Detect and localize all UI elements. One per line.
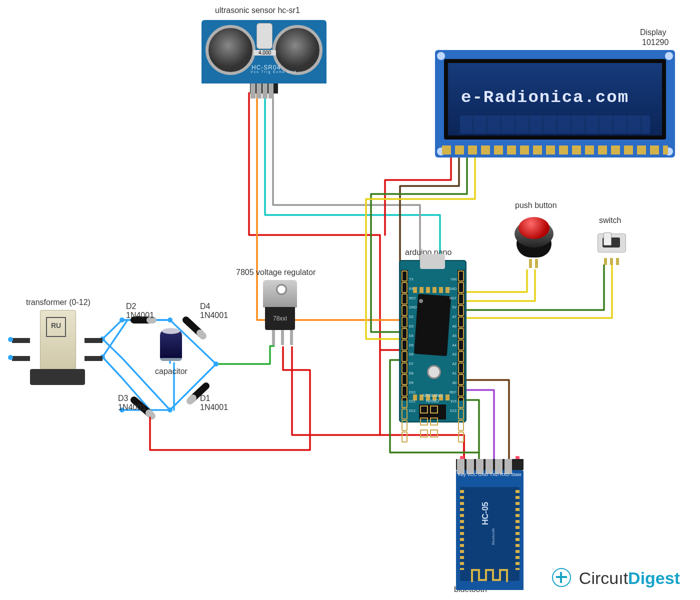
circuitdigest-logo: CircuıtDigest [552, 568, 680, 588]
lcd-screen: e-Radionica.com [444, 59, 666, 140]
nano-icsp [419, 404, 446, 420]
hcsr04-crystal [256, 23, 272, 49]
label-transformer: transformer (0-12) [26, 298, 90, 307]
label-display-id: 101290 [642, 38, 668, 47]
label-ultrasonic: ultrasonic sensor hc-sr1 [215, 6, 300, 15]
label-display-top: Display [640, 28, 666, 37]
nano-mcu [414, 294, 451, 356]
lcd-display: e-Radionica.com [435, 50, 675, 158]
nano-header-left [401, 270, 408, 400]
node [8, 337, 13, 342]
nano-reset-button[interactable] [427, 365, 441, 379]
label-push-button: push button [515, 201, 557, 210]
push-button[interactable] [512, 215, 555, 260]
svg-point-3 [168, 318, 172, 322]
hcsr04-transducer-left [206, 25, 256, 75]
lcd-text: e-Radionica.com [461, 88, 629, 107]
voltage-regulator: 78xxl [260, 280, 300, 345]
capacitor [160, 330, 182, 365]
nano-usb [420, 254, 445, 269]
hcsr04-header [250, 84, 278, 94]
label-d4: D4 1N4001 [200, 302, 228, 320]
nano-header-right [458, 270, 464, 400]
hcsr04-pin-labels: Vcc Trig Echo Gnd [250, 70, 296, 74]
svg-point-6 [214, 362, 218, 366]
label-capacitor: capacitor [155, 367, 188, 376]
bt-name: HC-05 [481, 502, 490, 525]
hcsr04-crystal-label: 4.000 [254, 50, 276, 56]
node [8, 355, 13, 360]
vreg-marking: 78xxl [265, 307, 295, 330]
label-d2: D2 1N4001 [126, 302, 154, 320]
svg-point-5 [168, 408, 172, 412]
bt-sub: Bluetooth [491, 528, 496, 545]
label-switch: switch [599, 216, 621, 225]
label-d1: D1 1N4001 [200, 394, 228, 412]
svg-point-2 [120, 318, 124, 322]
logo-icon [552, 568, 571, 587]
slide-switch[interactable] [598, 228, 625, 260]
bt-antenna-icon [471, 568, 511, 583]
hcsr04-module: 4.000 HC-SR04 Vcc Trig Echo Gnd [202, 20, 326, 84]
lcd-pin-row [442, 146, 668, 154]
arduino-nano: TX RX RST GND D2 D3 D4 D5 D6 D7 D8 D9 D1… [399, 260, 466, 422]
transformer: RU [26, 310, 88, 388]
bt-header [456, 459, 524, 470]
transformer-mark: RU [46, 317, 66, 337]
label-vreg: 7805 voltage regulator [236, 268, 316, 277]
bt-pin-labels: KeyVCCGND TXDRXDState [458, 472, 522, 477]
label-d3: D3 1N4001 [118, 394, 146, 412]
canvas: ultrasonic sensor hc-sr1 Display 101290 … [0, 0, 700, 600]
bluetooth-module: KeyVCCGND TXDRXDState HC-05 Bluetooth [456, 470, 524, 590]
